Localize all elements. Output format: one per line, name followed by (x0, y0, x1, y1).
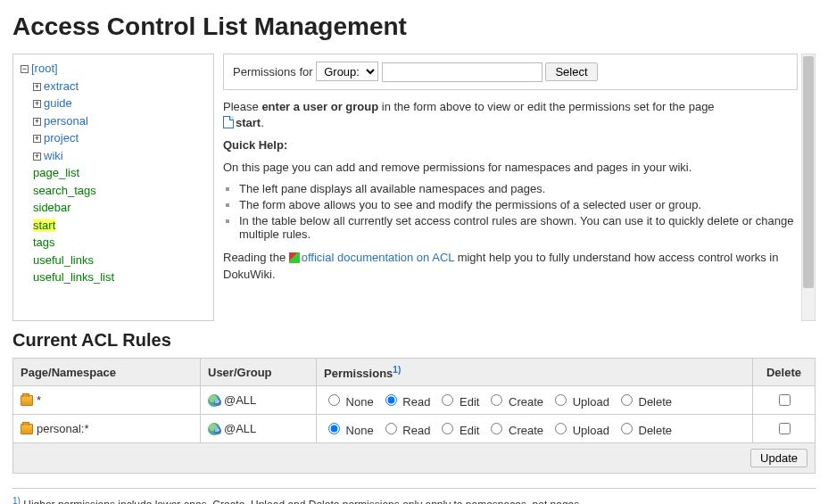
footnote-link[interactable]: 1) (393, 365, 401, 375)
delete-checkbox[interactable] (779, 394, 791, 406)
perm-option[interactable]: Delete (617, 395, 672, 409)
update-button[interactable]: Update (750, 449, 807, 467)
tree-item[interactable]: extract (44, 79, 79, 93)
perm-option[interactable]: Read (381, 424, 431, 437)
edit-icon (289, 252, 300, 263)
help-bullet: The form above allows you to see and mod… (239, 198, 798, 211)
scrollbar-thumb[interactable] (803, 56, 814, 288)
page-icon (223, 116, 234, 128)
namespace-icon (21, 395, 33, 406)
scope-select[interactable]: Group: (316, 62, 378, 81)
principal-name-input[interactable] (382, 62, 542, 82)
perm-option[interactable]: None (324, 424, 374, 437)
perm-option[interactable]: None (324, 395, 374, 409)
perm-radio[interactable] (491, 423, 502, 434)
expand-icon[interactable]: + (33, 118, 41, 126)
permissions-panel: Permissions for Group: Select Please ent… (223, 54, 801, 321)
help-text: Please enter a user or group in the form… (223, 99, 798, 284)
perm-radio[interactable] (328, 394, 340, 406)
tree-item[interactable]: tags (33, 235, 55, 249)
perm-radio[interactable] (328, 423, 340, 434)
perm-option[interactable]: Edit (437, 395, 479, 409)
perm-radio[interactable] (491, 394, 502, 406)
perm-option[interactable]: Upload (551, 424, 609, 437)
group-icon (208, 423, 220, 435)
perm-option[interactable]: Read (381, 395, 431, 409)
expand-icon[interactable]: + (33, 153, 41, 161)
delete-checkbox[interactable] (779, 423, 791, 434)
page-title: Access Control List Management (12, 12, 816, 41)
perm-option[interactable]: Edit (437, 424, 479, 437)
perm-radio[interactable] (385, 423, 397, 434)
perm-radio[interactable] (442, 423, 453, 434)
table-row: personal:*@ALL None Read Edit Create Upl… (13, 415, 816, 443)
tree-item[interactable]: start (33, 219, 55, 232)
tree-item[interactable]: useful_links (33, 253, 94, 267)
table-row: *@ALL None Read Edit Create Upload Delet… (13, 386, 816, 415)
perm-option[interactable]: Create (486, 424, 543, 437)
permissions-for-label: Permissions for (233, 65, 313, 78)
col-perms: Permissions1) (317, 359, 753, 386)
tree-item[interactable]: wiki (44, 149, 63, 162)
divider (12, 488, 816, 489)
tree-item[interactable]: personal (44, 114, 88, 128)
col-page: Page/Namespace (13, 359, 201, 386)
namespace-tree[interactable]: −[root] +extract+guide+personal+project+… (12, 54, 214, 321)
perm-option[interactable]: Create (486, 395, 543, 409)
help-bullet: In the table below all currently set acc… (239, 214, 798, 241)
expand-icon[interactable]: + (33, 83, 41, 91)
perm-option[interactable]: Delete (617, 424, 672, 437)
tree-item[interactable]: sidebar (33, 201, 71, 214)
quick-help-heading: Quick Help: (223, 138, 287, 152)
scrollbar[interactable] (801, 54, 816, 321)
tree-item[interactable]: useful_links_list (33, 270, 114, 284)
perm-radio[interactable] (385, 394, 397, 406)
footnote: 1) Higher permissions include lower ones… (12, 496, 816, 504)
perm-radio[interactable] (555, 423, 567, 434)
tree-item[interactable]: search_tags (33, 184, 96, 197)
perm-radio[interactable] (621, 423, 633, 434)
tree-item[interactable]: page_list (33, 166, 79, 179)
col-delete: Delete (753, 359, 816, 386)
perm-option[interactable]: Upload (551, 395, 609, 409)
perm-radio[interactable] (621, 394, 633, 406)
expand-icon[interactable]: + (33, 100, 41, 108)
current-rules-heading: Current ACL Rules (12, 330, 816, 351)
namespace-icon (21, 424, 33, 434)
col-user: User/Group (201, 359, 317, 386)
perm-radio[interactable] (442, 394, 453, 406)
permissions-form: Permissions for Group: Select (223, 54, 798, 90)
group-icon (208, 394, 220, 407)
acl-doc-link[interactable]: official documentation on ACL (302, 251, 454, 264)
acl-rules-table: Page/Namespace User/Group Permissions1) … (12, 358, 816, 474)
perm-radio[interactable] (555, 394, 567, 406)
help-bullet: The left pane displays all available nam… (239, 182, 798, 195)
expand-icon[interactable]: + (33, 135, 41, 143)
tree-item[interactable]: project (44, 131, 79, 145)
tree-root[interactable]: [root] (31, 62, 58, 75)
select-button[interactable]: Select (545, 62, 597, 81)
tree-item[interactable]: guide (44, 96, 72, 110)
collapse-icon[interactable]: − (21, 65, 29, 73)
